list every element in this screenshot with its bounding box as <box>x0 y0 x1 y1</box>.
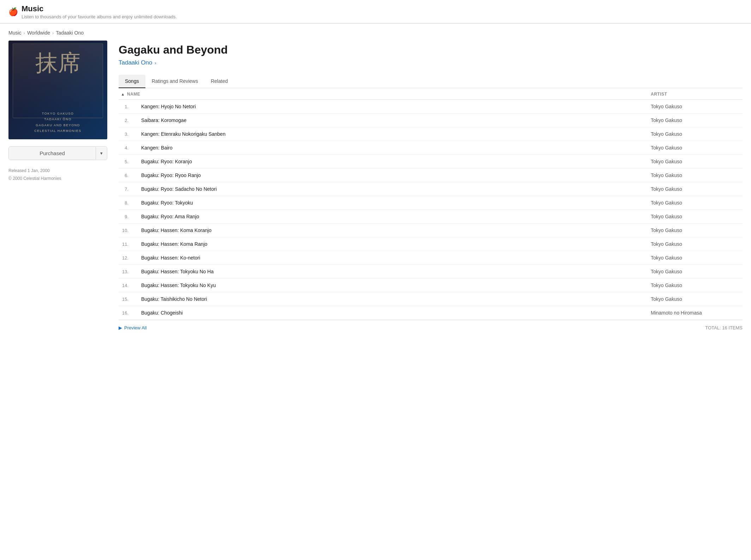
album-title: Gagaku and Beyond <box>119 43 743 56</box>
track-name: Bugaku: Chogeishi <box>141 310 651 316</box>
track-name: Kangen: Bairo <box>141 145 651 151</box>
track-artist: Tokyo Gakuso <box>651 145 743 151</box>
track-number: 10. <box>119 228 133 233</box>
breadcrumb-worldwide[interactable]: Worldwide <box>27 30 50 36</box>
track-artist: Tokyo Gakuso <box>651 227 743 233</box>
apple-logo-icon: 🍎 <box>8 7 18 17</box>
track-row[interactable]: 13.Bugaku: Hassen: Tokyoku No HaTokyo Ga… <box>119 265 743 279</box>
track-list: 1.Kangen: Hyojo No NetoriTokyo Gakuso2.S… <box>119 100 743 320</box>
release-info: Released 1 Jan, 2000 © 2000 Celestial Ha… <box>8 167 107 182</box>
track-name: Kangen: Etenraku Nokorigaku Sanben <box>141 131 651 137</box>
album-details: Gagaku and Beyond Tadaaki Ono › Songs Ra… <box>119 41 743 335</box>
header-artist-col: ARTIST <box>651 92 743 97</box>
album-cover: 抹席 Tokyo Gakuso Tadaaki Ōno Gagaku and B… <box>8 41 107 139</box>
track-name: Bugaku: Hassen: Ko-netori <box>141 255 651 261</box>
track-artist: Minamoto no Hiromasa <box>651 310 743 316</box>
breadcrumb-artist: Tadaaki Ono <box>56 30 84 36</box>
purchased-btn-wrap: Purchased ▾ <box>8 146 107 160</box>
breadcrumb: Music › Worldwide › Tadaaki Ono <box>0 24 751 41</box>
tabs-container: Songs Ratings and Reviews Related <box>119 75 743 88</box>
brand-title: Music <box>22 4 177 13</box>
tab-related[interactable]: Related <box>204 75 234 88</box>
artist-name: Tadaaki Ono <box>119 59 152 66</box>
track-name: Bugaku: Hassen: Tokyoku No Ha <box>141 269 651 274</box>
track-number: 12. <box>119 255 133 261</box>
cover-line-3: Gagaku and Beyond <box>34 122 82 128</box>
track-name: Bugaku: Hassen: Tokyoku No Kyu <box>141 282 651 288</box>
track-artist: Tokyo Gakuso <box>651 159 743 164</box>
track-number: 7. <box>119 187 133 192</box>
album-sidebar: 抹席 Tokyo Gakuso Tadaaki Ōno Gagaku and B… <box>8 41 107 335</box>
copyright: © 2000 Celestial Harmonies <box>8 175 107 183</box>
track-row[interactable]: 5.Bugaku: Ryoo: KoranjoTokyo Gakuso <box>119 155 743 169</box>
breadcrumb-sep-2: › <box>52 30 54 36</box>
play-icon: ▶ <box>119 325 122 330</box>
track-number: 8. <box>119 200 133 206</box>
track-row[interactable]: 14.Bugaku: Hassen: Tokyoku No KyuTokyo G… <box>119 279 743 292</box>
track-row[interactable]: 16.Bugaku: ChogeishiMinamoto no Hiromasa <box>119 306 743 320</box>
artist-chevron-icon: › <box>155 60 156 66</box>
chevron-down-icon: ▾ <box>100 151 103 156</box>
track-artist: Tokyo Gakuso <box>651 269 743 274</box>
track-artist: Tokyo Gakuso <box>651 186 743 192</box>
purchased-chevron-button[interactable]: ▾ <box>96 147 107 159</box>
breadcrumb-music[interactable]: Music <box>8 30 22 36</box>
track-name: Bugaku: Hassen: Koma Ranjo <box>141 241 651 247</box>
apple-music-header: 🍎 Music Listen to thousands of your favo… <box>8 4 743 19</box>
track-name: Bugaku: Ryoo: Ryoo Ranjo <box>141 172 651 178</box>
track-row[interactable]: 15.Bugaku: Taishikicho No NetoriTokyo Ga… <box>119 292 743 306</box>
track-artist: Tokyo Gakuso <box>651 200 743 206</box>
track-number: 16. <box>119 310 133 316</box>
track-row[interactable]: 12.Bugaku: Hassen: Ko-netoriTokyo Gakuso <box>119 251 743 265</box>
release-date: Released 1 Jan, 2000 <box>8 167 107 175</box>
track-row[interactable]: 11.Bugaku: Hassen: Koma RanjoTokyo Gakus… <box>119 237 743 251</box>
track-row[interactable]: 7.Bugaku: Ryoo: Sadacho No NetoriTokyo G… <box>119 182 743 196</box>
track-name: Bugaku: Ryoo: Koranjo <box>141 159 651 164</box>
track-row[interactable]: 9.Bugaku: Ryoo: Ama RanjoTokyo Gakuso <box>119 210 743 224</box>
track-artist: Tokyo Gakuso <box>651 214 743 219</box>
track-artist: Tokyo Gakuso <box>651 255 743 261</box>
track-number: 3. <box>119 132 133 137</box>
track-number: 15. <box>119 297 133 302</box>
track-name: Kangen: Hyojo No Netori <box>141 104 651 109</box>
track-artist: Tokyo Gakuso <box>651 241 743 247</box>
track-number: 9. <box>119 214 133 219</box>
track-name: Bugaku: Taishikicho No Netori <box>141 296 651 302</box>
sort-arrow-icon: ▲ <box>121 92 125 96</box>
tab-ratings[interactable]: Ratings and Reviews <box>145 75 205 88</box>
track-artist: Tokyo Gakuso <box>651 104 743 109</box>
total-items-label: TOTAL: 16 ITEMS <box>705 325 743 330</box>
track-row[interactable]: 3.Kangen: Etenraku Nokorigaku SanbenToky… <box>119 127 743 141</box>
header-sort-col: ▲ <box>119 92 127 97</box>
track-name: Bugaku: Ryoo: Ama Ranjo <box>141 214 651 219</box>
preview-all-button[interactable]: ▶ Preview All <box>119 325 147 330</box>
track-artist: Tokyo Gakuso <box>651 117 743 123</box>
track-number: 6. <box>119 173 133 178</box>
preview-all-label: Preview All <box>124 325 147 330</box>
track-row[interactable]: 10.Bugaku: Hassen: Koma KoranjoTokyo Gak… <box>119 224 743 237</box>
track-number: 14. <box>119 283 133 288</box>
tab-songs[interactable]: Songs <box>119 75 145 88</box>
track-name: Bugaku: Hassen: Koma Koranjo <box>141 227 651 233</box>
track-list-footer: ▶ Preview All TOTAL: 16 ITEMS <box>119 320 743 335</box>
track-row[interactable]: 4.Kangen: BairoTokyo Gakuso <box>119 141 743 155</box>
track-number: 13. <box>119 269 133 274</box>
track-row[interactable]: 8.Bugaku: Ryoo: TokyokuTokyo Gakuso <box>119 196 743 210</box>
brand-subtitle: Listen to thousands of your favourite al… <box>22 14 177 19</box>
main-content: 抹席 Tokyo Gakuso Tadaaki Ōno Gagaku and B… <box>0 41 751 349</box>
track-list-header: ▲ NAME ARTIST <box>119 88 743 100</box>
album-artist-link[interactable]: Tadaaki Ono › <box>119 59 743 66</box>
track-row[interactable]: 1.Kangen: Hyojo No NetoriTokyo Gakuso <box>119 100 743 114</box>
header-name-col: NAME <box>127 92 651 97</box>
purchased-button[interactable]: Purchased <box>9 147 96 160</box>
track-artist: Tokyo Gakuso <box>651 131 743 137</box>
track-number: 1. <box>119 104 133 109</box>
track-name: Bugaku: Ryoo: Tokyoku <box>141 200 651 206</box>
track-row[interactable]: 2.Saibara: KoromogaeTokyo Gakuso <box>119 114 743 127</box>
track-row[interactable]: 6.Bugaku: Ryoo: Ryoo RanjoTokyo Gakuso <box>119 169 743 182</box>
track-artist: Tokyo Gakuso <box>651 296 743 302</box>
track-artist: Tokyo Gakuso <box>651 282 743 288</box>
cover-line-4: Celestial Harmonies <box>34 128 82 134</box>
track-name: Bugaku: Ryoo: Sadacho No Netori <box>141 186 651 192</box>
breadcrumb-sep-1: › <box>24 30 25 36</box>
